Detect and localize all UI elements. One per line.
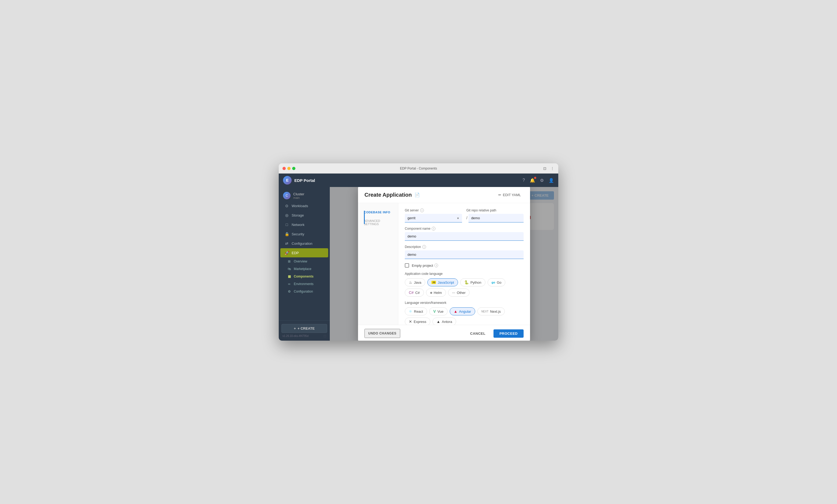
window-icon-2[interactable]: ⋮ xyxy=(550,166,554,170)
language-section-label: Application code language xyxy=(405,272,523,276)
description-row: Description i xyxy=(405,245,523,259)
modal-step-codebase-info[interactable]: CODEBASE INFO xyxy=(361,209,395,216)
edit-yaml-button[interactable]: ✏ EDIT YAML xyxy=(496,191,523,199)
empty-project-info-icon[interactable]: i xyxy=(434,264,438,267)
maximize-button[interactable] xyxy=(292,167,296,170)
sidebar-sub-components[interactable]: ▦ Components xyxy=(279,273,330,280)
plus-icon: + xyxy=(294,326,296,330)
chip-helm[interactable]: ⎈ Helm xyxy=(426,289,446,296)
modal-step-advanced-settings[interactable]: ADVANCED SETTINGS xyxy=(361,217,395,228)
empty-project-checkbox[interactable] xyxy=(405,263,409,268)
sidebar-create-button[interactable]: + + CREATE xyxy=(281,324,327,333)
minimize-button[interactable] xyxy=(287,167,290,170)
git-server-select[interactable]: gerrit xyxy=(405,214,462,222)
chip-nextjs[interactable]: NEXT Next.js xyxy=(477,307,505,316)
logo-icon: E xyxy=(283,176,292,184)
components-icon: ▦ xyxy=(287,274,291,278)
angular-icon: ▲ xyxy=(454,309,458,313)
chip-go[interactable]: go Go xyxy=(487,278,505,286)
window-icon-1[interactable]: ⊡ xyxy=(543,166,547,170)
appbar-icons: ? 🔔 ⚙ 👤 xyxy=(522,178,554,183)
language-chips: ♨ Java JS JavaScript 🐍 Python xyxy=(405,278,523,296)
edp-icon: 🚀 xyxy=(285,251,289,255)
cluster-sub: main xyxy=(293,196,304,199)
sidebar-item-label: Storage xyxy=(292,213,304,217)
description-input[interactable] xyxy=(405,250,523,259)
app-logo: E EDP Portal xyxy=(283,176,315,184)
overview-icon: ⊞ xyxy=(287,259,291,263)
sidebar-footer-icon: ⬚ xyxy=(324,335,326,338)
chip-express[interactable]: ✕ Express xyxy=(405,318,430,325)
empty-project-row: Empty project i xyxy=(405,263,523,268)
cluster-section: C Cluster main xyxy=(279,189,330,201)
sidebar: C Cluster main ⊙ Workloads ◎ Storage □ N… xyxy=(279,187,330,341)
git-repo-input[interactable] xyxy=(468,214,523,222)
storage-icon: ◎ xyxy=(285,213,289,217)
appbar: E EDP Portal ? 🔔 ⚙ 👤 xyxy=(279,174,558,187)
modal-footer: UNDO CHANGES CANCEL PROCEED xyxy=(358,325,530,341)
csharp-icon: C# xyxy=(409,290,414,295)
sidebar-sub-marketplace[interactable]: 🛍 Marketplace xyxy=(279,265,330,273)
close-button[interactable] xyxy=(283,167,286,170)
java-icon: ♨ xyxy=(409,280,412,285)
git-server-info-icon[interactable]: i xyxy=(420,209,424,212)
notification-icon[interactable]: 🔔 xyxy=(530,178,535,183)
proceed-button[interactable]: PROCEED xyxy=(494,329,523,338)
security-icon: 🔒 xyxy=(285,232,289,236)
chip-react[interactable]: ⚛ React xyxy=(405,307,427,316)
sidebar-item-security[interactable]: 🔒 Security xyxy=(280,230,328,238)
configuration-icon: ⇄ xyxy=(285,241,289,246)
git-repo-path-row: / xyxy=(466,214,523,222)
chip-csharp[interactable]: C# C# xyxy=(405,289,424,296)
chip-python[interactable]: 🐍 Python xyxy=(460,278,485,286)
sidebar-item-storage[interactable]: ◎ Storage xyxy=(280,211,328,220)
component-name-label: Component name i xyxy=(405,227,523,231)
chip-angular[interactable]: ▲ Angular xyxy=(450,307,475,316)
component-name-input[interactable] xyxy=(405,232,523,241)
settings-icon[interactable]: ⚙ xyxy=(540,178,544,183)
sidebar-sub-environments[interactable]: ∞ Environments xyxy=(279,280,330,288)
component-name-field: Component name i xyxy=(405,227,523,241)
modal-overlay: Create Application 📄 ✏ EDIT YAML xyxy=(330,187,558,341)
sidebar-item-label: Security xyxy=(292,232,304,236)
edp-sub-items: ⊞ Overview 🛍 Marketplace ▦ Components ∞ … xyxy=(279,258,330,295)
main-layout: C Cluster main ⊙ Workloads ◎ Storage □ N… xyxy=(279,187,558,341)
chip-java[interactable]: ♨ Java xyxy=(405,278,425,286)
sidebar-sub-configuration[interactable]: ⚙ Configuration xyxy=(279,288,330,295)
help-icon[interactable]: ? xyxy=(522,178,525,183)
sidebar-item-configuration[interactable]: ⇄ Configuration xyxy=(280,239,328,248)
git-row: Git server i gerrit ▼ xyxy=(405,209,523,222)
sidebar-sub-overview[interactable]: ⊞ Overview xyxy=(279,258,330,265)
nextjs-icon: NEXT xyxy=(481,310,489,313)
antora-icon: ▲ xyxy=(437,320,440,324)
sidebar-item-edp[interactable]: 🚀 EDP xyxy=(280,248,328,257)
modal-header: Create Application 📄 ✏ EDIT YAML xyxy=(358,187,530,203)
undo-changes-button[interactable]: UNDO CHANGES xyxy=(364,329,400,338)
chip-antora[interactable]: ▲ Antora xyxy=(432,318,456,325)
chip-other[interactable]: ··· Other xyxy=(448,289,469,296)
component-name-info-icon[interactable]: i xyxy=(432,227,435,231)
modal-title-row: Create Application 📄 xyxy=(364,192,420,198)
modal-title-icon: 📄 xyxy=(414,192,420,197)
chip-javascript[interactable]: JS JavaScript xyxy=(427,278,458,286)
chip-vue[interactable]: V Vue xyxy=(429,307,447,316)
cancel-button[interactable]: CANCEL xyxy=(465,329,491,338)
cluster-icon: C xyxy=(283,192,290,199)
cluster-name: Cluster xyxy=(293,192,304,196)
express-icon: ✕ xyxy=(409,320,412,324)
sidebar-item-label: EDP xyxy=(292,251,299,255)
sidebar-item-workloads[interactable]: ⊙ Workloads xyxy=(280,201,328,210)
description-field: Description i xyxy=(405,245,523,259)
framework-section-label: Language version/framework xyxy=(405,301,523,305)
git-server-select-wrapper: gerrit ▼ xyxy=(405,214,462,222)
description-info-icon[interactable]: i xyxy=(422,245,426,249)
sidebar-item-label: Configuration xyxy=(292,241,312,246)
edit-icon: ✏ xyxy=(498,193,501,197)
version-text: v1.26.10-eks-4f4795d xyxy=(283,335,308,338)
version-info: v1.26.10-eks-4f4795d ⬚ xyxy=(281,333,327,338)
sidebar-item-network[interactable]: □ Network xyxy=(280,220,328,229)
modal-form-content: Git server i gerrit ▼ xyxy=(398,203,530,325)
user-icon[interactable]: 👤 xyxy=(549,178,554,183)
titlebar: EDP Portal - Components ⊡ ⋮ xyxy=(279,163,558,174)
react-icon: ⚛ xyxy=(409,309,412,313)
